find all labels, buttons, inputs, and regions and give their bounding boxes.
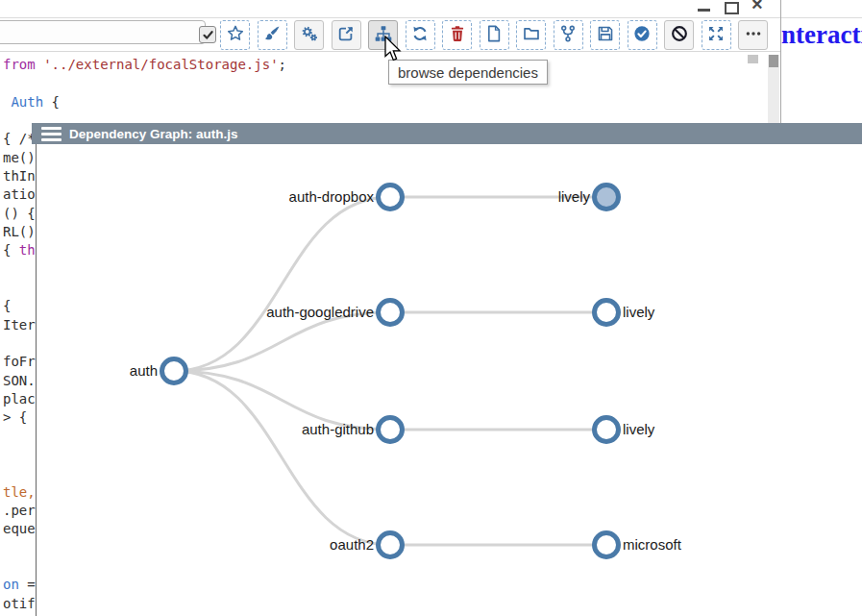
dependency-graph: authauth-dropboxauth-googledriveauth-git… [37, 144, 861, 615]
graph-edge [174, 312, 390, 371]
maximize-icon[interactable] [725, 2, 739, 14]
graph-node-label: auth-dropbox [289, 188, 375, 205]
graph-node-label: lively [623, 421, 655, 437]
check-icon [202, 29, 214, 41]
dependency-graph-panel: Dependency Graph: auth.js authauth-dropb… [36, 123, 862, 616]
mouse-cursor-icon [384, 36, 403, 66]
accept-button[interactable] [628, 20, 657, 50]
panel-header[interactable]: Dependency Graph: auth.js [32, 123, 862, 144]
folder-icon [523, 25, 540, 46]
open-folder-button[interactable] [516, 20, 546, 50]
ban-icon [671, 25, 688, 46]
graph-node-label: auth [130, 362, 158, 379]
open-external-button[interactable] [332, 20, 361, 50]
panel-body: authauth-dropboxauth-googledriveauth-git… [37, 144, 862, 616]
code-line: Auth { [3, 93, 777, 111]
new-file-button[interactable] [480, 20, 509, 50]
tooltip-text: browse dependencies [398, 64, 538, 81]
auto-update-checkbox[interactable] [199, 26, 216, 43]
graph-node-label: microsoft [623, 536, 682, 553]
editor-window-border [780, 0, 781, 123]
minimize-icon[interactable] [698, 9, 710, 12]
graph-node-auth-googledrive[interactable] [379, 301, 403, 325]
fork-button[interactable] [554, 20, 583, 50]
cancel-button[interactable] [664, 20, 694, 50]
graph-node-label: lively [623, 304, 655, 320]
panel-title: Dependency Graph: auth.js [69, 127, 238, 141]
delete-button[interactable] [442, 20, 472, 50]
screen: nteracti × from '../external/focalStorag… [0, 0, 862, 616]
graph-node-lively-1[interactable] [595, 185, 619, 209]
graph-node-label: auth-github [302, 421, 374, 437]
ellipsis-icon [745, 25, 762, 46]
page-heading: nteracti [781, 19, 862, 52]
graph-node-lively-2[interactable] [595, 301, 619, 325]
graph-node-oauth2[interactable] [379, 533, 403, 557]
graph-node-auth-github[interactable] [379, 418, 403, 442]
editor-toolbar [220, 20, 768, 50]
graph-node-microsoft[interactable] [595, 533, 619, 557]
paintbrush-icon [263, 25, 281, 46]
hamburger-icon[interactable] [41, 124, 62, 144]
graph-edge [174, 371, 390, 545]
editor-scrollbar-thumb[interactable] [769, 55, 778, 67]
check-circle-icon [633, 25, 651, 46]
window-controls: × [690, 0, 778, 17]
favorite-button[interactable] [220, 20, 250, 50]
trash-icon [449, 25, 466, 46]
search-input[interactable] [0, 20, 206, 44]
star-icon [227, 25, 244, 46]
style-button[interactable] [258, 20, 287, 50]
settings-button[interactable] [294, 20, 324, 50]
more-button[interactable] [738, 20, 768, 50]
graph-node-auth-dropbox[interactable] [379, 185, 403, 209]
graph-edge [174, 197, 390, 371]
code-fork-icon [559, 25, 577, 46]
graph-node-label: oauth2 [330, 536, 374, 553]
graph-node-lively-3[interactable] [595, 418, 619, 442]
tooltip: browse dependencies [388, 60, 548, 85]
refresh-icon [411, 25, 429, 46]
expand-arrows-icon [707, 25, 725, 46]
graph-node-auth[interactable] [162, 359, 186, 383]
floppy-icon [597, 25, 614, 46]
gears-icon [301, 25, 318, 46]
file-icon [485, 25, 503, 46]
graph-node-label: lively [558, 188, 591, 205]
external-link-icon [337, 25, 355, 46]
graph-node-label: auth-googledrive [266, 304, 374, 320]
titlebar-divider [0, 17, 862, 18]
fullscreen-button[interactable] [702, 20, 731, 50]
editor-scrollbar-corner [748, 55, 758, 63]
reload-button[interactable] [406, 20, 435, 50]
close-icon[interactable]: × [751, 0, 763, 13]
save-button[interactable] [590, 20, 620, 50]
